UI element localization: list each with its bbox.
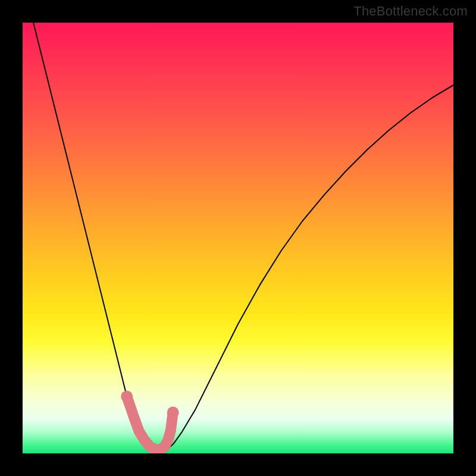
marker-dot [167, 406, 179, 418]
chart-frame: TheBottleneck.com [0, 0, 476, 476]
frame-border-bottom [0, 453, 476, 476]
frame-border-left [0, 0, 23, 476]
marker-dot [121, 390, 133, 402]
frame-border-right [453, 0, 476, 476]
watermark-text: TheBottleneck.com [353, 4, 468, 19]
marker-track [127, 396, 173, 449]
chart-svg [23, 23, 453, 453]
plot-area [23, 23, 453, 453]
bottleneck-curve [23, 23, 453, 451]
